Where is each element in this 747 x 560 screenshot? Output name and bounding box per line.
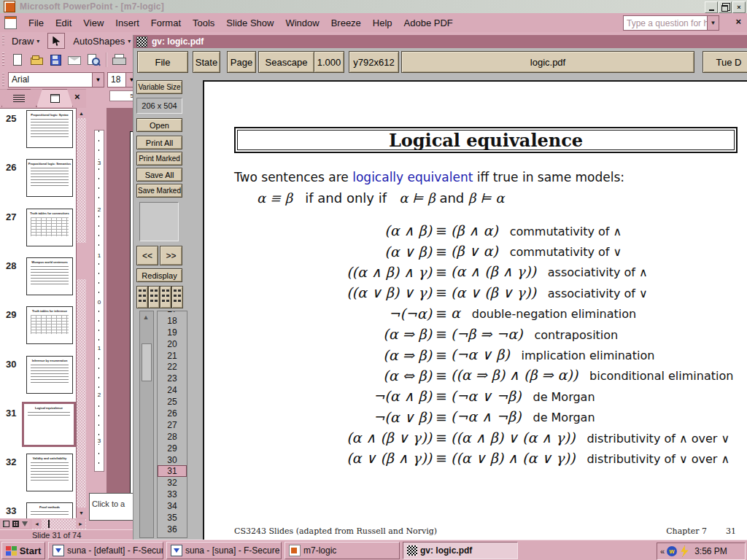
gv-open-button[interactable]: Open [136,118,182,132]
gv-page-item-27[interactable]: 27 [158,419,187,431]
chevron-left-icon[interactable]: « [660,547,665,556]
media-player-tray-icon[interactable]: w [667,546,677,556]
autoshapes-menu-button[interactable]: AutoShapes▾ [69,34,134,48]
slide-thumbnail[interactable]: Logical equivalence [22,402,76,447]
gv-mark-even-button[interactable] [136,286,148,308]
toolbar-grip[interactable] [2,52,4,67]
scrollbar-thumb[interactable] [142,343,152,381]
font-name-combo[interactable]: Arial ▼ [8,72,104,88]
slide-thumbnail[interactable]: Inference by enumeration [26,356,73,394]
gv-next-page-button[interactable]: >> [160,246,182,265]
menu-item-adobe-pdf[interactable]: Adobe PDF [398,15,459,31]
print-icon[interactable] [111,52,127,68]
gv-unmark-all-button[interactable] [171,286,183,308]
gv-page-item-32[interactable]: 32 [158,477,187,489]
scrollbar-thumb[interactable] [77,243,86,279]
slide-thumbnail[interactable]: Truth tables for connectives [26,209,73,246]
scroll-up-icon[interactable]: ▲ [141,313,151,322]
minimize-button[interactable] [705,1,718,13]
menu-item-edit[interactable]: Edit [50,15,77,31]
antivirus-tray-icon[interactable] [679,545,689,557]
menu-item-tools[interactable]: Tools [187,15,220,31]
slide-thumbnail[interactable]: Wumpus world sentences [26,257,73,295]
tab-slides[interactable] [36,89,73,107]
gv-page-scrollbar[interactable]: ▲ [139,311,154,538]
gv-mark-odd-button[interactable] [148,286,160,308]
menu-item-insert[interactable]: Insert [109,15,145,31]
gv-file-button[interactable]: File [137,51,188,73]
gv-media-button[interactable]: y792x612 [349,51,399,73]
slide-thumbnail[interactable]: Validity and satisfiability [26,454,73,491]
taskbar-task[interactable]: suna - [default] - F-Secure... [48,542,163,559]
gv-page-item-22[interactable]: 22 [158,361,187,373]
scrollbar-thumb[interactable] [48,520,50,528]
gv-page-item-24[interactable]: 24 [158,384,187,396]
gv-page-item-20[interactable]: 20 [158,338,187,350]
new-document-icon[interactable] [9,52,26,68]
menu-item-window[interactable]: Window [279,15,325,31]
gv-page-item-36[interactable]: 36 [158,524,187,535]
gv-page-item-25[interactable]: 25 [158,396,187,408]
taskbar-task[interactable]: gv: logic.pdf [403,542,518,559]
gv-page-item-19[interactable]: 19 [158,327,187,338]
slide-sorter-view-button[interactable] [11,519,20,528]
restore-button[interactable] [719,1,732,13]
menu-item-file[interactable]: File [23,15,50,31]
scroll-down-icon[interactable]: ▼ [77,508,86,518]
gv-page-item-21[interactable]: 21 [158,350,187,362]
close-presentation-icon[interactable]: × [735,16,741,27]
gv-page-item-29[interactable]: 29 [158,443,187,454]
select-pointer-button[interactable] [47,33,65,49]
close-button[interactable]: × [732,1,746,13]
gv-state-button[interactable]: State [193,51,220,73]
slide-thumbnail[interactable]: Truth tables for inference [26,306,73,344]
close-pane-icon[interactable]: × [74,91,80,102]
gv-page-item-33[interactable]: 33 [158,489,187,500]
gv-page-item-18[interactable]: 18 [158,315,187,327]
gv-page-item-28[interactable]: 28 [158,431,187,443]
gv-titlebar[interactable]: gv: logic.pdf [133,35,747,48]
gv-page-item-37[interactable]: 37 [158,535,187,538]
gv-save-all-button[interactable]: Save All [136,168,182,182]
menu-item-view[interactable]: View [77,15,109,31]
gv-print-marked-button[interactable]: Print Marked [136,152,182,166]
slideshow-view-button[interactable] [20,519,29,528]
gv-save-marked-button[interactable]: Save Marked [136,184,182,198]
scroll-right-icon[interactable]: ► [76,519,85,529]
menu-item-format[interactable]: Format [145,15,187,31]
gv-page-item-34[interactable]: 34 [158,500,187,512]
menu-item-slide-show[interactable]: Slide Show [220,15,279,31]
thumbnail-scrollbar[interactable]: ▲ ▼ [76,108,87,518]
gv-variable-size-button[interactable]: Variable Size [136,80,182,94]
draw-menu-button[interactable]: Draw▾ [8,34,43,48]
gv-page-item-30[interactable]: 30 [158,454,187,466]
slide-thumbnail[interactable]: Propositional logic: Semantics [26,159,73,197]
start-button[interactable]: Start [1,542,45,559]
save-icon[interactable] [47,52,63,68]
menu-item-help[interactable]: Help [367,15,398,31]
search-icon[interactable] [85,52,101,68]
toolbar-grip[interactable] [2,35,4,47]
taskbar-task[interactable]: m7-logic [285,542,400,559]
gv-previous-page-button[interactable]: << [136,246,158,265]
toolbar-grip[interactable] [2,73,4,86]
open-folder-icon[interactable] [28,52,44,68]
chevron-down-icon[interactable]: ▼ [92,73,104,87]
gv-page-button[interactable]: Page [227,51,256,73]
slide-thumbnail[interactable]: Proof methods [26,502,73,518]
powerpoint-titlebar[interactable]: Microsoft PowerPoint - [m7-logic] × [0,0,747,13]
horizontal-scrollbar[interactable]: ◄ ► [32,519,86,529]
gv-magnification-button[interactable]: 1.000 [314,51,344,73]
gv-mark-current-button[interactable] [160,286,171,308]
gv-page-item-23[interactable]: 23 [158,373,187,384]
help-search-box[interactable]: Type a question for help ▼ [623,15,719,31]
scroll-up-icon[interactable]: ▲ [77,108,86,118]
taskbar-task[interactable]: suna - [suna] - F-Secure S... [166,542,282,559]
chevron-down-icon[interactable]: ▼ [707,16,719,30]
notes-pane[interactable]: Click to a [89,493,134,521]
slide-thumbnail[interactable]: Propositional logic: Syntax [26,110,73,148]
gv-print-all-button[interactable]: Print All [136,136,182,149]
scroll-left-icon[interactable]: ◄ [32,519,42,529]
gv-page-item-31[interactable]: 31 [158,465,187,477]
gv-orientation-button[interactable]: Seascape [258,51,314,73]
